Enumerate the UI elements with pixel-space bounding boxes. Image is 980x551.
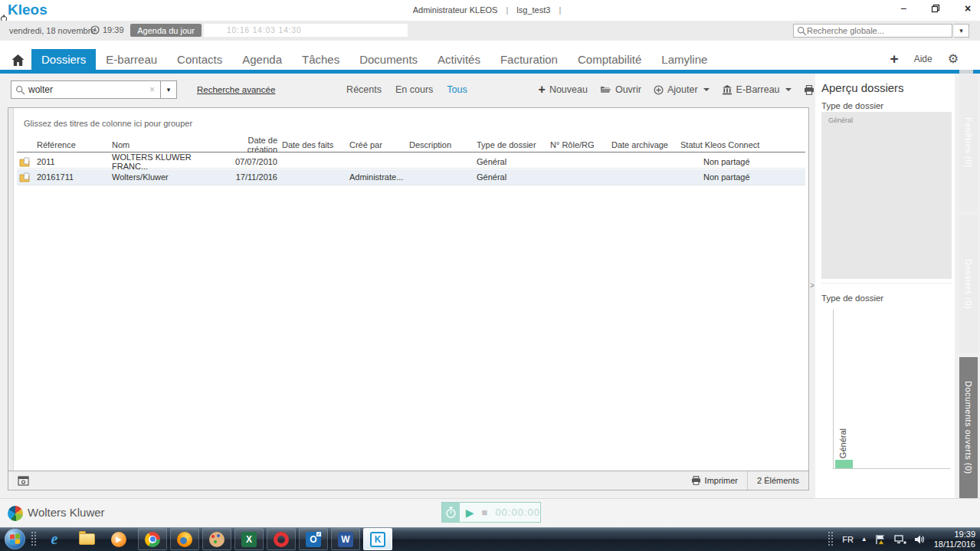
tab-dossiers-side[interactable]: Dossiers (0) bbox=[959, 215, 978, 353]
ouvrir-button[interactable]: Ouvrir bbox=[600, 84, 641, 95]
cell-reference: 2011 bbox=[37, 157, 112, 166]
global-search-input[interactable] bbox=[807, 26, 949, 35]
header-statut-kleos-connect[interactable]: Statut Kleos Connect bbox=[680, 140, 805, 149]
type-dossier-label: Type de dossier bbox=[821, 101, 883, 110]
timer-stop-icon[interactable]: ■ bbox=[482, 507, 488, 518]
cell-type-dossier: Général bbox=[477, 172, 550, 182]
tab-documents[interactable]: Documents bbox=[349, 49, 428, 70]
collapsed-left-splitter[interactable] bbox=[8, 108, 14, 490]
tray-clock[interactable]: 19:39 18/11/2016 bbox=[934, 530, 975, 549]
type-dossier-list-box[interactable]: Général bbox=[821, 112, 952, 279]
dossier-list-panel: Glissez des titres de colonne ici pour g… bbox=[8, 107, 809, 490]
tab-activites[interactable]: Activités bbox=[428, 49, 490, 70]
global-search-dropdown-button[interactable]: ▾ bbox=[954, 24, 969, 38]
action-center-flag-icon[interactable]: ! bbox=[875, 534, 887, 545]
admin-user-label: Administrateur KLEOS bbox=[413, 5, 498, 15]
dossier-search-input[interactable] bbox=[28, 84, 149, 95]
close-button[interactable]: × bbox=[962, 2, 974, 15]
agenda-times-strip[interactable]: 10:16 14:03 14:30 bbox=[204, 24, 408, 37]
header-nom[interactable]: Nom bbox=[112, 140, 221, 149]
taskbar-firefox[interactable] bbox=[170, 528, 199, 550]
global-search-box bbox=[793, 24, 952, 38]
tab-comptabilite[interactable]: Comptabilité bbox=[568, 49, 651, 70]
windows-taskbar: e ▶ X O✓ W K FR ▲ ! 19:39 18/11/2016 bbox=[0, 527, 980, 551]
workspace: × ▾ Recherche avancée Récents En cours T… bbox=[0, 74, 980, 498]
ajouter-button[interactable]: Ajouter bbox=[654, 84, 710, 95]
minimize-button[interactable]: − bbox=[897, 2, 910, 15]
table-row[interactable]: 2011 WOLTERS KLUWER FRANC... 07/07/2010 … bbox=[17, 153, 805, 169]
header-reference[interactable]: Référence bbox=[37, 140, 112, 149]
chart-bar-label: Général bbox=[838, 428, 847, 458]
filter-tous[interactable]: Tous bbox=[447, 84, 467, 95]
cell-date-creation: 07/07/2010 bbox=[221, 157, 282, 166]
taskbar-ie[interactable]: e bbox=[40, 528, 69, 550]
gear-icon[interactable]: ⚙ bbox=[948, 53, 959, 65]
agenda-times: 10:16 14:03 14:30 bbox=[227, 26, 302, 34]
system-tray: FR ▲ ! 19:39 18/11/2016 bbox=[828, 527, 975, 551]
header-date-archivage[interactable]: Date archivage bbox=[611, 140, 680, 149]
header-cree-par[interactable]: Créé par bbox=[349, 140, 409, 149]
help-link[interactable]: Aide bbox=[914, 54, 932, 64]
main-nav: Dossiers E-barreau Contacts Agenda Tâche… bbox=[0, 41, 980, 70]
nouveau-button[interactable]: +Nouveau bbox=[539, 84, 588, 95]
filter-recents[interactable]: Récents bbox=[346, 84, 382, 95]
tray-grip bbox=[828, 531, 834, 547]
dossier-folder-icon bbox=[17, 157, 37, 167]
tab-documents-ouverts[interactable]: Documents ouverts (0) bbox=[959, 357, 978, 498]
type-dossier-item[interactable]: Général bbox=[828, 116, 853, 124]
language-indicator[interactable]: FR bbox=[842, 535, 854, 544]
snapshot-icon[interactable] bbox=[15, 474, 31, 487]
timer-play-icon[interactable]: ▶ bbox=[466, 507, 474, 519]
tab-lamyline[interactable]: Lamyline bbox=[651, 49, 717, 70]
time-tracker-widget: ▶ ■ 00:00:00 bbox=[441, 502, 541, 523]
separator: | bbox=[506, 5, 508, 15]
show-hidden-icons-arrow[interactable]: ▲ bbox=[861, 536, 867, 543]
header-date-creation[interactable]: Date de création bbox=[221, 136, 282, 154]
e-barreau-button[interactable]: E-Barreau bbox=[722, 84, 792, 95]
taskbar-word[interactable]: W bbox=[331, 528, 360, 550]
taskbar-opera[interactable] bbox=[267, 528, 296, 550]
restore-button[interactable] bbox=[929, 2, 942, 15]
info-bar: vendredi, 18 novembre 19:39 Agenda du jo… bbox=[0, 21, 980, 41]
check-badge-icon: ✓ bbox=[316, 531, 322, 537]
stopwatch-icon[interactable] bbox=[442, 503, 460, 522]
dossier-search-box: × bbox=[11, 80, 161, 99]
taskbar-excel[interactable]: X bbox=[234, 528, 264, 550]
tab-fenetres[interactable]: Fenêtres (0) bbox=[959, 74, 978, 211]
cell-statut: Non partagé bbox=[680, 157, 805, 166]
taskbar-paint[interactable] bbox=[202, 528, 231, 550]
taskbar-outlook[interactable]: O✓ bbox=[299, 528, 328, 550]
home-icon[interactable] bbox=[11, 54, 25, 67]
tab-taches[interactable]: Tâches bbox=[292, 49, 349, 70]
tab-contacts[interactable]: Contacts bbox=[167, 49, 232, 70]
imprimer-button[interactable]: Imprimer bbox=[682, 471, 747, 490]
taskbar-explorer[interactable] bbox=[72, 528, 101, 550]
cell-nom: WOLTERS KLUWER FRANC... bbox=[112, 153, 221, 171]
speaker-icon[interactable] bbox=[914, 534, 925, 545]
start-button[interactable] bbox=[5, 529, 25, 549]
taskbar-kleos-active[interactable]: K bbox=[363, 528, 392, 550]
header-date-faits[interactable]: Date des faits bbox=[282, 140, 349, 149]
search-dropdown-button[interactable]: ▾ bbox=[161, 80, 177, 99]
header-role-rg[interactable]: N° Rôle/RG bbox=[550, 140, 611, 149]
advanced-search-link[interactable]: Recherche avancée bbox=[197, 85, 275, 94]
add-sphere-icon bbox=[654, 85, 664, 95]
header-description[interactable]: Description bbox=[409, 140, 477, 149]
kleos-window: Kleos Administrateur KLEOS | lsg_test3 |… bbox=[0, 0, 980, 551]
clear-search-icon[interactable]: × bbox=[149, 84, 155, 95]
header-type-dossier[interactable]: Type de dossier bbox=[477, 140, 550, 149]
filter-en-cours[interactable]: En cours bbox=[395, 84, 433, 95]
tab-agenda[interactable]: Agenda bbox=[232, 49, 292, 70]
chart-x-axis bbox=[833, 468, 950, 469]
taskbar-media-player[interactable]: ▶ bbox=[104, 528, 133, 550]
search-icon bbox=[797, 26, 807, 36]
agenda-du-jour-button[interactable]: Agenda du jour bbox=[130, 24, 202, 37]
table-row[interactable]: 20161711 Wolters/Kluwer 17/11/2016 Admin… bbox=[17, 169, 805, 185]
network-icon[interactable] bbox=[894, 534, 906, 545]
tab-e-barreau[interactable]: E-barreau bbox=[96, 49, 167, 70]
tab-facturation[interactable]: Facturation bbox=[490, 49, 568, 70]
taskbar-chrome[interactable] bbox=[138, 528, 167, 550]
add-icon[interactable]: + bbox=[890, 54, 899, 64]
tab-dossiers[interactable]: Dossiers bbox=[31, 49, 96, 70]
chart-bar-general[interactable] bbox=[835, 460, 853, 468]
